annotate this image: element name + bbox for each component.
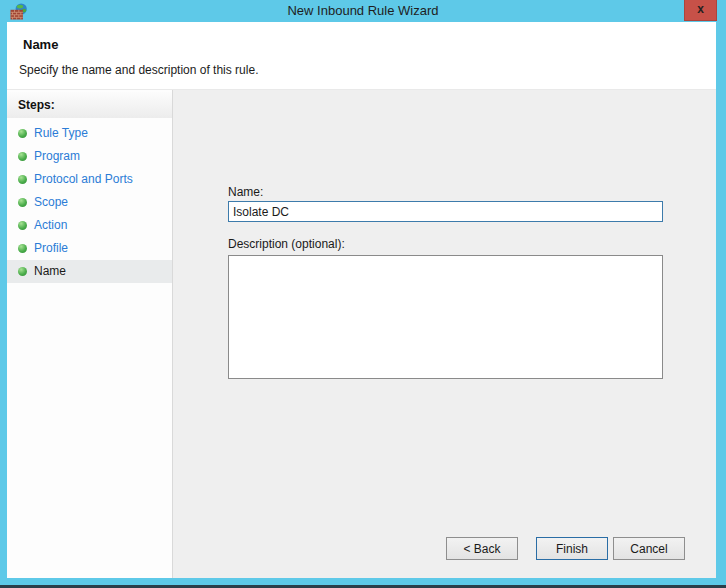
step-completed-icon — [18, 221, 27, 230]
sidebar-item-action[interactable]: Action — [7, 214, 172, 237]
sidebar-item-protocol-and-ports[interactable]: Protocol and Ports — [7, 168, 172, 191]
rule-name-input[interactable] — [228, 201, 663, 222]
page-header: Name Specify the name and description of… — [7, 22, 716, 90]
step-completed-icon — [18, 244, 27, 253]
close-button[interactable]: x — [684, 0, 717, 21]
finish-button[interactable]: Finish — [536, 537, 608, 560]
steps-sidebar: Steps: Rule Type Program Protocol and Po… — [7, 90, 173, 578]
name-field-label: Name: — [228, 185, 263, 199]
step-label: Profile — [34, 241, 68, 255]
step-completed-icon — [18, 198, 27, 207]
step-label: Program — [34, 149, 80, 163]
step-completed-icon — [18, 175, 27, 184]
step-completed-icon — [18, 129, 27, 138]
wizard-window: New Inbound Rule Wizard x Name Specify t… — [0, 0, 726, 588]
sidebar-item-rule-type[interactable]: Rule Type — [7, 122, 172, 145]
rule-description-textarea[interactable] — [228, 255, 663, 379]
sidebar-item-program[interactable]: Program — [7, 145, 172, 168]
step-label: Action — [34, 218, 67, 232]
description-field-label: Description (optional): — [228, 237, 345, 251]
step-label: Name — [34, 264, 66, 278]
steps-list: Rule Type Program Protocol and Ports Sco… — [7, 122, 172, 283]
sidebar-item-name[interactable]: Name — [7, 260, 172, 283]
step-label: Protocol and Ports — [34, 172, 133, 186]
step-label: Scope — [34, 195, 68, 209]
sidebar-item-scope[interactable]: Scope — [7, 191, 172, 214]
title-bar: New Inbound Rule Wizard x — [0, 0, 726, 22]
cancel-button[interactable]: Cancel — [613, 537, 685, 560]
page-title: Name — [23, 37, 58, 52]
step-current-icon — [18, 267, 27, 276]
sidebar-item-profile[interactable]: Profile — [7, 237, 172, 260]
step-label: Rule Type — [34, 126, 88, 140]
steps-heading: Steps: — [7, 92, 172, 118]
window-title: New Inbound Rule Wizard — [0, 3, 726, 18]
page-subtitle: Specify the name and description of this… — [19, 63, 258, 77]
step-completed-icon — [18, 152, 27, 161]
back-button[interactable]: < Back — [446, 537, 518, 560]
